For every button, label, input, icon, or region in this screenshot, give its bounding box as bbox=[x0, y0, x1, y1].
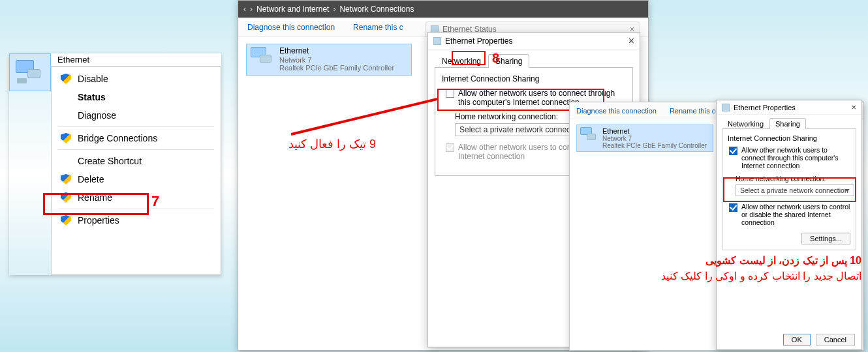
right-network-window: Diagnose this connection Rename this co … bbox=[569, 102, 864, 351]
chevron-right-icon: › bbox=[250, 5, 253, 14]
ethernet-properties-dialog-2: Ethernet Properties × Networking Sharing… bbox=[716, 100, 862, 350]
adapter-item[interactable]: Ethernet Network 7 Realtek PCIe GbE Fami… bbox=[246, 44, 412, 76]
dialog-titlebar: Ethernet Properties × bbox=[428, 33, 640, 50]
ctx-label: Disable bbox=[78, 74, 108, 84]
annotation-number-8: 8 bbox=[492, 51, 499, 66]
ctx-bridge[interactable]: Bridge Connections bbox=[52, 129, 221, 147]
allow-control-row[interactable]: Allow other network users to control or … bbox=[729, 203, 850, 226]
tabs: Networking Sharing bbox=[717, 115, 861, 128]
dialog-titlebar: Ethernet Properties × bbox=[717, 100, 861, 115]
context-menu: Disable Status Diagnose Bridge Connectio… bbox=[51, 66, 221, 275]
chevron-left-icon[interactable]: ‹ bbox=[243, 5, 246, 14]
chevron-right-icon: › bbox=[333, 5, 335, 14]
shield-icon bbox=[61, 174, 71, 184]
ctx-delete[interactable]: Delete bbox=[52, 170, 221, 188]
ctx-diagnose[interactable]: Diagnose bbox=[52, 106, 221, 125]
close-icon[interactable]: × bbox=[628, 35, 634, 47]
tab-sharing[interactable]: Sharing bbox=[769, 118, 806, 129]
ctx-label: Create Shortcut bbox=[78, 156, 142, 166]
separator bbox=[58, 126, 214, 127]
allow-connect-row[interactable]: Allow other network users to connect thr… bbox=[729, 146, 850, 169]
network-adapter-icon bbox=[433, 37, 441, 45]
toolbar-diagnose[interactable]: Diagnose this connection bbox=[247, 23, 335, 32]
spacer-icon bbox=[61, 156, 71, 166]
ctx-label: Delete bbox=[78, 174, 104, 184]
spacer-icon bbox=[61, 92, 71, 102]
settings-button[interactable]: Settings... bbox=[801, 233, 850, 244]
adapter-device: Realtek PCIe GbE Family Controller bbox=[602, 142, 707, 149]
adapter-network: Network 7 bbox=[602, 135, 707, 142]
dialog-title: Ethernet Properties bbox=[734, 104, 796, 111]
shield-icon bbox=[61, 74, 71, 84]
network-adapter-icon bbox=[722, 104, 730, 111]
toolbar-rename[interactable]: Rename this c bbox=[353, 23, 403, 32]
adapter-device: Realtek PCIe GbE Family Controller bbox=[279, 64, 394, 72]
ctx-status[interactable]: Status bbox=[52, 88, 221, 106]
checkbox-checked-icon bbox=[446, 143, 454, 152]
toolbar-diagnose[interactable]: Diagnose this connection bbox=[576, 107, 657, 115]
network-adapter-icon bbox=[16, 60, 44, 85]
context-menu-title: Ethernet bbox=[51, 53, 221, 66]
dialog-title: Ethernet Properties bbox=[445, 37, 512, 46]
adapter-name: Ethernet bbox=[602, 127, 707, 135]
group-title: Internet Connection Sharing bbox=[728, 134, 850, 142]
separator bbox=[58, 149, 214, 150]
checkbox-label: Allow other network users to control or … bbox=[741, 203, 850, 226]
ctx-label: Bridge Connections bbox=[78, 133, 157, 143]
breadcrumb-seg[interactable]: Network Connections bbox=[339, 5, 414, 14]
annotation-box-10 bbox=[723, 177, 856, 202]
adapter-item[interactable]: Ethernet Network 7 Realtek PCIe GbE Fami… bbox=[576, 125, 713, 152]
ctx-disable[interactable]: Disable bbox=[52, 70, 221, 88]
window-titlebar: ‹ › Network and Internet › Network Conne… bbox=[238, 1, 648, 18]
context-menu-panel: Ethernet Disable Status Diagnose Bridge … bbox=[9, 53, 221, 275]
tab-networking[interactable]: Networking bbox=[722, 118, 769, 129]
annotation-number-7: 7 bbox=[151, 193, 159, 210]
ctx-properties[interactable]: Properties bbox=[52, 211, 221, 229]
shield-icon bbox=[61, 192, 71, 203]
network-adapter-icon bbox=[580, 127, 598, 145]
ctx-label: Properties bbox=[78, 215, 119, 226]
annotation-box-8 bbox=[452, 51, 486, 65]
adapter-thumbnail[interactable] bbox=[9, 53, 51, 91]
checkbox-label: Allow other network users to connect thr… bbox=[741, 146, 850, 169]
toolbar-rename[interactable]: Rename this co bbox=[670, 107, 719, 115]
checkbox-checked-icon[interactable] bbox=[729, 147, 737, 155]
checkbox-checked-icon[interactable] bbox=[729, 203, 737, 212]
ctx-create-shortcut[interactable]: Create Shortcut bbox=[52, 152, 221, 170]
breadcrumb-seg[interactable]: Network and Internet bbox=[256, 5, 329, 14]
separator bbox=[58, 209, 214, 209]
network-adapter-icon bbox=[251, 47, 274, 70]
ctx-rename[interactable]: Rename bbox=[52, 188, 221, 207]
cancel-button[interactable]: Cancel bbox=[816, 334, 855, 345]
ctx-label: Diagnose bbox=[78, 110, 116, 121]
group-title: Internet Connection Sharing bbox=[442, 74, 626, 83]
close-icon[interactable]: × bbox=[851, 102, 856, 112]
annotation-text-10: 10 پس از تیک زدن، از لیست کشویی اتصال جد… bbox=[594, 253, 861, 284]
dialog-buttons: OK Cancel bbox=[717, 334, 861, 345]
adapter-network: Network 7 bbox=[279, 56, 394, 65]
ctx-label: Status bbox=[78, 92, 106, 102]
shield-icon bbox=[61, 215, 71, 226]
spacer-icon bbox=[61, 110, 71, 121]
ctx-label: Rename bbox=[78, 192, 112, 203]
annotation-text-9: 9 تیک را فعال کنید bbox=[288, 137, 376, 151]
shield-icon bbox=[61, 133, 71, 143]
ok-button[interactable]: OK bbox=[783, 334, 811, 345]
adapter-name: Ethernet bbox=[279, 47, 394, 56]
